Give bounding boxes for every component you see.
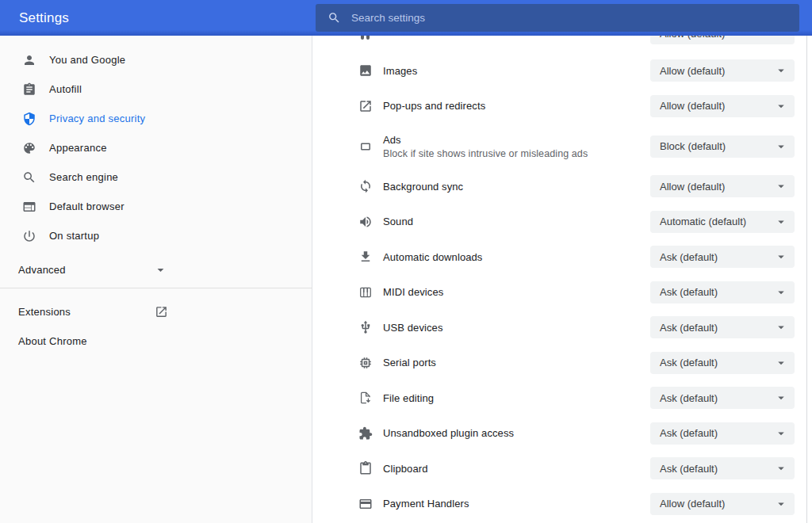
setting-row-payment-handlers: Payment HandlersAllow (default) xyxy=(313,487,812,522)
sidebar-item-appearance[interactable]: Appearance xyxy=(0,133,189,162)
sidebar-item-label: Privacy and security xyxy=(49,113,145,124)
setting-label: Serial ports xyxy=(383,357,436,368)
dropdown-caret-icon xyxy=(774,139,788,154)
search-bar[interactable] xyxy=(316,4,799,32)
image-icon xyxy=(358,63,373,78)
setting-label: MIDI devices xyxy=(383,286,443,298)
setting-row-images: ImagesAllow (default) xyxy=(313,53,812,89)
setting-label: Automatic downloads xyxy=(383,251,482,263)
sidebar-spacer xyxy=(0,288,312,297)
file-edit-icon xyxy=(358,391,373,405)
usb-icon xyxy=(358,320,373,334)
app-header: Settings xyxy=(0,0,812,36)
setting-label: USB devices xyxy=(383,322,443,334)
usb-devices-dropdown[interactable]: Ask (default) xyxy=(650,316,795,338)
setting-text: Payment Handlers xyxy=(383,498,469,510)
sidebar-item-label: About Chrome xyxy=(18,335,87,347)
autofill-icon xyxy=(22,82,36,97)
sidebar-item-you-and-google[interactable]: You and Google xyxy=(0,45,189,74)
clipboard-icon xyxy=(358,461,373,475)
pop-ups-and-redirects-dropdown[interactable]: Allow (default) xyxy=(650,95,795,117)
search-input[interactable] xyxy=(351,12,779,24)
sidebar-item-label: Appearance xyxy=(49,142,107,154)
dropdown-caret-icon xyxy=(774,320,788,334)
setting-text: Pop-ups and redirects xyxy=(383,100,485,112)
download-icon xyxy=(358,250,373,264)
payment-handlers-dropdown[interactable]: Allow (default) xyxy=(650,493,795,515)
setting-text: USB devices xyxy=(383,322,443,334)
dropdown-value: Allow (default) xyxy=(660,36,725,40)
partial-setting-row: Allow (default) xyxy=(313,36,812,53)
serial-ports-dropdown[interactable]: Ask (default) xyxy=(650,352,795,374)
page-title: Settings xyxy=(19,10,69,26)
setting-text: Serial ports xyxy=(383,357,436,368)
dropdown-caret-icon xyxy=(774,63,788,78)
scrollbar[interactable] xyxy=(806,36,807,523)
dropdown-caret-icon xyxy=(774,285,788,300)
dropdown-value: Allow (default) xyxy=(660,498,725,510)
dropdown-caret-icon xyxy=(774,36,788,40)
dropdown-value: Ask (default) xyxy=(660,392,718,404)
chrome-settings-page: You and GoogleAutofillPrivacy and securi… xyxy=(0,0,812,523)
dropdown-caret-icon xyxy=(774,250,788,264)
site-settings-list: Allow (default) ImagesAllow (default)Pop… xyxy=(313,36,812,523)
sidebar-item-search-engine[interactable]: Search engine xyxy=(0,162,189,192)
setting-label: Pop-ups and redirects xyxy=(383,100,485,112)
midi-devices-dropdown[interactable]: Ask (default) xyxy=(650,281,795,303)
dropdown-value: Automatic (default) xyxy=(660,216,746,227)
puzzle-icon xyxy=(358,426,373,441)
ads-icon xyxy=(358,139,373,154)
sidebar-item-autofill[interactable]: Autofill xyxy=(0,74,189,104)
palette-icon xyxy=(22,141,36,155)
setting-row-sound: SoundAutomatic (default) xyxy=(313,204,812,240)
automatic-downloads-dropdown[interactable]: Ask (default) xyxy=(650,246,795,268)
setting-text: MIDI devices xyxy=(383,286,443,298)
setting-text: Images xyxy=(383,65,417,77)
shield-icon xyxy=(22,112,36,126)
sidebar-item-default-browser[interactable]: Default browser xyxy=(0,192,189,221)
setting-text: Clipboard xyxy=(383,463,428,475)
sidebar-item-label: Autofill xyxy=(49,83,82,95)
setting-sublabel: Block if site shows intrusive or mislead… xyxy=(383,148,588,159)
setting-text: Sound xyxy=(383,216,413,227)
setting-label: Ads xyxy=(383,134,588,146)
sidebar-item-about-chrome[interactable]: About Chrome xyxy=(0,326,189,356)
sound-dropdown[interactable]: Automatic (default) xyxy=(650,211,795,233)
search-icon xyxy=(22,170,36,185)
sidebar-item-on-startup[interactable]: On startup xyxy=(0,221,189,250)
file-editing-dropdown[interactable]: Ask (default) xyxy=(650,387,795,409)
unsandboxed-plugin-access-dropdown[interactable]: Ask (default) xyxy=(650,422,795,445)
setting-row-background-sync: Background syncAllow (default) xyxy=(313,169,812,204)
chevron-down-icon xyxy=(153,262,168,277)
dropdown-value: Ask (default) xyxy=(660,286,718,298)
dropdown-value: Ask (default) xyxy=(660,251,718,263)
browser-icon xyxy=(22,200,36,214)
setting-text: Background sync xyxy=(383,181,463,193)
dropdown-value: Allow (default) xyxy=(660,65,725,77)
midi-icon xyxy=(358,285,373,300)
setting-label: Unsandboxed plugin access xyxy=(383,427,514,439)
setting-label: Sound xyxy=(383,216,413,227)
sidebar-item-extensions[interactable]: Extensions xyxy=(0,297,189,326)
sidebar-item-label: You and Google xyxy=(49,54,125,66)
clipboard-dropdown[interactable]: Ask (default) xyxy=(650,457,795,479)
payment-icon xyxy=(358,497,373,511)
person-icon xyxy=(22,53,36,67)
dropdown-value: Ask (default) xyxy=(660,463,718,475)
setting-text: Unsandboxed plugin access xyxy=(383,427,514,439)
background-sync-dropdown[interactable]: Allow (default) xyxy=(650,175,795,197)
dropdown-caret-icon xyxy=(774,497,788,511)
advanced-toggle[interactable]: Advanced xyxy=(0,255,189,284)
sidebar-item-label: On startup xyxy=(49,230,99,242)
dropdown-caret-icon xyxy=(774,215,788,229)
sound-icon xyxy=(358,215,373,229)
launch-icon xyxy=(155,305,168,319)
setting-row-midi-devices: MIDI devicesAsk (default) xyxy=(313,275,812,311)
dropdown-value: Ask (default) xyxy=(660,357,718,368)
clipped-permission-dropdown[interactable]: Allow (default) xyxy=(650,36,795,44)
ads-dropdown[interactable]: Block (default) xyxy=(650,136,795,158)
images-dropdown[interactable]: Allow (default) xyxy=(650,59,795,82)
advanced-label: Advanced xyxy=(18,264,66,276)
sidebar-item-privacy-and-security[interactable]: Privacy and security xyxy=(0,104,189,133)
sidebar-item-label: Extensions xyxy=(18,306,71,318)
